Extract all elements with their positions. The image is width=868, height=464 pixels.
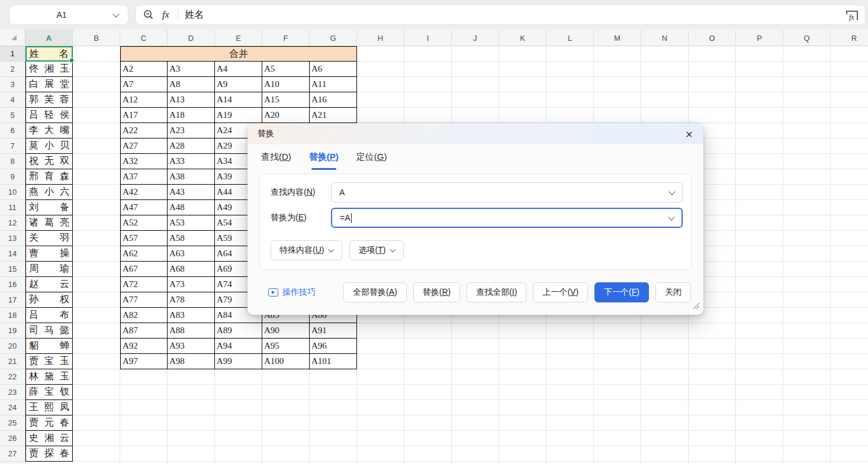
row-header-8[interactable]: 8	[0, 154, 25, 169]
row-header-5[interactable]: 5	[0, 108, 25, 123]
name-box[interactable]: A1	[9, 5, 128, 25]
cell-C20[interactable]: A92	[120, 339, 168, 354]
tab-find[interactable]: 查找(D)	[261, 152, 291, 170]
column-header-B[interactable]: B	[73, 30, 120, 46]
cell-E21[interactable]: A99	[215, 354, 262, 369]
cell-C12[interactable]: A52	[120, 215, 168, 231]
row-header-15[interactable]: 15	[0, 262, 25, 277]
cell-E5[interactable]: A19	[215, 108, 262, 123]
cell-D17[interactable]: A78	[168, 292, 215, 308]
row-header-24[interactable]: 24	[0, 400, 25, 415]
cell-C6[interactable]: A22	[120, 123, 168, 138]
cell-A18[interactable]: 吕布	[25, 308, 73, 323]
fx-icon[interactable]: fx	[162, 9, 169, 20]
dialog-titlebar[interactable]: 替换	[247, 123, 703, 144]
cell-A22[interactable]: 林黛玉	[25, 369, 73, 385]
cell-D4[interactable]: A13	[168, 92, 215, 108]
formula-bar-content[interactable]: 姓名	[185, 9, 204, 21]
cell-D8[interactable]: A33	[168, 154, 215, 169]
tab-replace[interactable]: 替换(P)	[309, 152, 339, 170]
cell-A25[interactable]: 贾元春	[25, 415, 73, 431]
cell-C11[interactable]: A47	[120, 200, 168, 215]
cell-F2[interactable]: A5	[262, 62, 310, 77]
row-header-13[interactable]: 13	[0, 231, 25, 246]
next-button[interactable]: 下一个(F)	[594, 282, 649, 302]
cell-G5[interactable]: A21	[310, 108, 357, 123]
cell-D16[interactable]: A73	[168, 277, 215, 292]
row-header-14[interactable]: 14	[0, 246, 25, 262]
cell-D6[interactable]: A23	[168, 123, 215, 138]
cell-C5[interactable]: A17	[120, 108, 168, 123]
cell-G4[interactable]: A16	[310, 92, 357, 108]
column-header-P[interactable]: P	[736, 30, 783, 46]
cell-A1[interactable]: 姓名	[25, 46, 73, 62]
previous-button[interactable]: 上一个(V)	[533, 282, 588, 302]
cell-F20[interactable]: A95	[262, 339, 310, 354]
close-icon[interactable]: ✕	[682, 127, 696, 141]
cell-D9[interactable]: A38	[168, 169, 215, 185]
cell-D3[interactable]: A8	[168, 77, 215, 92]
cell-E19[interactable]: A89	[215, 323, 262, 339]
column-header-I[interactable]: I	[404, 30, 452, 46]
column-header-G[interactable]: G	[310, 30, 357, 46]
row-header-26[interactable]: 26	[0, 431, 25, 446]
row-header-1[interactable]: 1	[0, 46, 25, 62]
cell-D20[interactable]: A93	[168, 339, 215, 354]
cell-F19[interactable]: A90	[262, 323, 310, 339]
cell-D14[interactable]: A63	[168, 246, 215, 262]
cell-A11[interactable]: 刘备	[25, 200, 73, 215]
search-icon[interactable]	[143, 9, 154, 21]
cell-C3[interactable]: A7	[120, 77, 168, 92]
row-header-11[interactable]: 11	[0, 200, 25, 215]
column-header-F[interactable]: F	[262, 30, 310, 46]
row-header-20[interactable]: 20	[0, 339, 25, 354]
cell-D13[interactable]: A58	[168, 231, 215, 246]
resize-handle-icon[interactable]	[692, 301, 700, 312]
cell-A6[interactable]: 李大嘴	[25, 123, 73, 138]
cell-F4[interactable]: A15	[262, 92, 310, 108]
column-header-O[interactable]: O	[689, 30, 736, 46]
column-header-E[interactable]: E	[215, 30, 262, 46]
row-header-19[interactable]: 19	[0, 323, 25, 339]
cell-C10[interactable]: A42	[120, 185, 168, 200]
operation-tips-link[interactable]: 操作技巧	[268, 287, 316, 298]
row-header-17[interactable]: 17	[0, 292, 25, 308]
column-header-K[interactable]: K	[499, 30, 546, 46]
row-header-6[interactable]: 6	[0, 123, 25, 138]
row-header-18[interactable]: 18	[0, 308, 25, 323]
cell-F21[interactable]: A100	[262, 354, 310, 369]
cell-D10[interactable]: A43	[168, 185, 215, 200]
cell-D18[interactable]: A83	[168, 308, 215, 323]
row-header-2[interactable]: 2	[0, 62, 25, 77]
cell-D21[interactable]: A98	[168, 354, 215, 369]
cell-A15[interactable]: 周瑜	[25, 262, 73, 277]
replace-with-input[interactable]: =A	[331, 208, 683, 228]
cell-A12[interactable]: 诸葛亮	[25, 215, 73, 231]
cell-G20[interactable]: A96	[310, 339, 357, 354]
cell-E2[interactable]: A4	[215, 62, 262, 77]
cell-A26[interactable]: 史湘云	[25, 431, 73, 446]
find-all-button[interactable]: 查找全部(I)	[467, 282, 526, 302]
cell-D12[interactable]: A53	[168, 215, 215, 231]
cell-D7[interactable]: A28	[168, 138, 215, 154]
cell-F5[interactable]: A20	[262, 108, 310, 123]
cell-C18[interactable]: A82	[120, 308, 168, 323]
find-content-input[interactable]: A	[331, 182, 683, 202]
cell-A19[interactable]: 司马懿	[25, 323, 73, 339]
chevron-down-icon[interactable]	[668, 214, 674, 220]
column-header-N[interactable]: N	[641, 30, 689, 46]
cell-E20[interactable]: A94	[215, 339, 262, 354]
cell-E3[interactable]: A9	[215, 77, 262, 92]
cell-D11[interactable]: A48	[168, 200, 215, 215]
cell-G21[interactable]: A101	[310, 354, 357, 369]
cell-A14[interactable]: 曹操	[25, 246, 73, 262]
close-button[interactable]: 关闭	[655, 282, 691, 302]
cell-C17[interactable]: A77	[120, 292, 168, 308]
cell-C2[interactable]: A2	[120, 62, 168, 77]
row-header-16[interactable]: 16	[0, 277, 25, 292]
column-header-Q[interactable]: Q	[783, 30, 831, 46]
cell-A27[interactable]: 贾探春	[25, 446, 73, 462]
cell-A5[interactable]: 吕轻侯	[25, 108, 73, 123]
cell-A20[interactable]: 貂蝉	[25, 339, 73, 354]
row-header-25[interactable]: 25	[0, 415, 25, 431]
